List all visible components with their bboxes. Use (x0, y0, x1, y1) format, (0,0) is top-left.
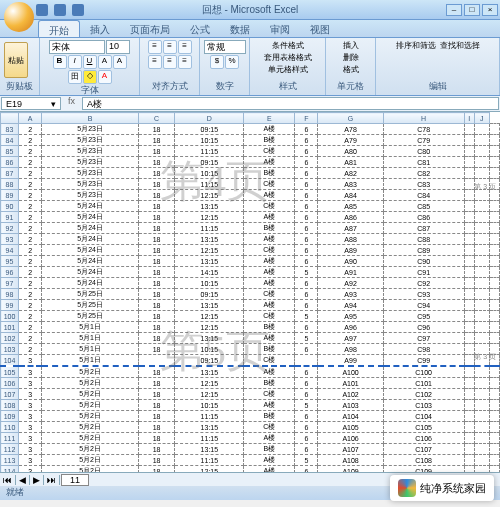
cell[interactable]: A104 (318, 411, 383, 422)
cell[interactable]: 2 (19, 256, 42, 267)
cell[interactable]: 5月24日 (42, 245, 139, 256)
row-header[interactable]: 91 (1, 212, 19, 223)
row-header[interactable]: 95 (1, 256, 19, 267)
cell[interactable]: A楼 (244, 400, 295, 411)
cell[interactable]: B楼 (244, 344, 295, 355)
cell[interactable]: 18 (138, 278, 174, 289)
cell[interactable] (464, 411, 474, 422)
font-color-button[interactable]: A (98, 70, 112, 84)
col-header[interactable]: E (244, 113, 295, 124)
cell[interactable] (489, 201, 499, 212)
cell[interactable]: 18 (138, 466, 174, 473)
cell[interactable]: 6 (295, 190, 318, 201)
cell[interactable]: 5月1日 (42, 333, 139, 344)
cell[interactable]: 3 (19, 400, 42, 411)
cell[interactable]: A102 (318, 389, 383, 400)
quick-access-toolbar[interactable] (36, 4, 84, 16)
cell[interactable] (474, 400, 489, 411)
cell[interactable] (464, 433, 474, 444)
cell[interactable]: A108 (318, 455, 383, 466)
cell[interactable]: 2 (19, 190, 42, 201)
worksheet-grid[interactable]: 第4页 第5页 第 3 页 第 3 页 ABCDEFGHIJ8325月23日18… (0, 112, 500, 472)
cell[interactable]: C楼 (244, 311, 295, 322)
cell[interactable]: A97 (318, 333, 383, 344)
cell[interactable] (464, 146, 474, 157)
cell[interactable]: C106 (383, 433, 464, 444)
align-bot-button[interactable]: ≡ (178, 40, 192, 54)
name-box[interactable]: E19▾ (1, 97, 61, 110)
cell[interactable]: C95 (383, 311, 464, 322)
cell[interactable] (489, 157, 499, 168)
cell[interactable]: 13:15 (175, 422, 244, 433)
col-header[interactable]: H (383, 113, 464, 124)
cell[interactable]: 5月1日 (42, 344, 139, 355)
chevron-down-icon[interactable]: ▾ (51, 99, 56, 109)
cell[interactable] (489, 146, 499, 157)
cell[interactable]: 10:15 (175, 135, 244, 146)
cell[interactable] (474, 333, 489, 344)
cell[interactable]: 6 (295, 389, 318, 400)
cell[interactable]: 5月2日 (42, 378, 139, 389)
cell[interactable] (464, 422, 474, 433)
cell[interactable] (464, 400, 474, 411)
cell[interactable]: 11:15 (175, 146, 244, 157)
fx-icon[interactable]: fx (62, 96, 81, 111)
cell[interactable]: A楼 (244, 278, 295, 289)
cell[interactable]: A92 (318, 278, 383, 289)
italic-button[interactable]: I (68, 55, 82, 69)
cell[interactable]: 10:15 (175, 400, 244, 411)
cell[interactable] (489, 311, 499, 322)
cell[interactable]: 5 (295, 333, 318, 344)
cell[interactable] (474, 201, 489, 212)
row-header[interactable]: 89 (1, 190, 19, 201)
cell[interactable]: A楼 (244, 433, 295, 444)
cell[interactable]: 12:15 (175, 466, 244, 473)
cell[interactable]: A86 (318, 212, 383, 223)
row-header[interactable]: 85 (1, 146, 19, 157)
row-header[interactable]: 86 (1, 157, 19, 168)
cell[interactable] (464, 278, 474, 289)
cell[interactable]: 2 (19, 157, 42, 168)
insert-cell-button[interactable]: 插入 (343, 40, 359, 51)
cell[interactable]: A103 (318, 400, 383, 411)
cell[interactable]: 3 (19, 422, 42, 433)
row-header[interactable]: 107 (1, 389, 19, 400)
cell[interactable]: 5月23日 (42, 135, 139, 146)
cell[interactable] (474, 455, 489, 466)
cell[interactable] (464, 179, 474, 190)
tab-review[interactable]: 审阅 (260, 20, 300, 37)
cell[interactable] (464, 157, 474, 168)
cell[interactable]: C99 (383, 355, 464, 367)
cell[interactable]: B楼 (244, 223, 295, 234)
cell[interactable] (464, 366, 474, 378)
cell[interactable]: 6 (295, 245, 318, 256)
row-header[interactable]: 100 (1, 311, 19, 322)
cell[interactable] (464, 389, 474, 400)
percent-button[interactable]: % (225, 55, 239, 69)
cell[interactable]: 5月23日 (42, 179, 139, 190)
cell[interactable] (489, 466, 499, 473)
cell[interactable]: 5 (295, 311, 318, 322)
cell[interactable]: 5月2日 (42, 411, 139, 422)
cell[interactable]: A楼 (244, 267, 295, 278)
cell[interactable]: C92 (383, 278, 464, 289)
cell[interactable] (474, 212, 489, 223)
cell[interactable]: C97 (383, 333, 464, 344)
tab-data[interactable]: 数据 (220, 20, 260, 37)
cell[interactable] (489, 124, 499, 135)
col-header[interactable]: F (295, 113, 318, 124)
cell[interactable]: 09:15 (175, 289, 244, 300)
cell[interactable]: A88 (318, 234, 383, 245)
cell[interactable]: 5月1日 (42, 322, 139, 333)
cell[interactable]: 09:15 (175, 355, 244, 367)
cell[interactable]: A90 (318, 256, 383, 267)
font-name-select[interactable]: 宋体 (49, 40, 105, 54)
col-header[interactable] (1, 113, 19, 124)
cell[interactable]: 18 (138, 245, 174, 256)
cell[interactable]: 5月23日 (42, 157, 139, 168)
tab-nav-first[interactable]: ⏮ (0, 475, 16, 485)
cell[interactable]: 18 (138, 190, 174, 201)
border-button[interactable]: 田 (68, 70, 82, 84)
cell[interactable] (489, 455, 499, 466)
row-header[interactable]: 97 (1, 278, 19, 289)
